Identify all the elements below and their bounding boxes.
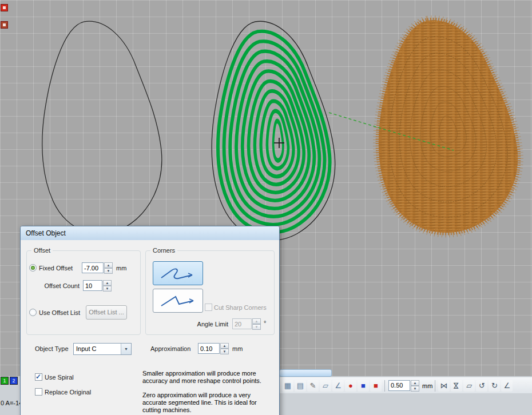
cut-sharp-corners-label: Cut Sharp Corners <box>214 304 267 311</box>
docked-tool-icon-top[interactable] <box>1 4 8 11</box>
offset-group: Offset Fixed Offset ▲▼ mm Offset Count ▲… <box>26 250 141 335</box>
approximation-unit: mm <box>232 345 243 352</box>
toolbar-icon-group: ▦▤✎▱∠●■■ <box>281 380 382 392</box>
replace-original-label: Replace Original <box>45 389 91 396</box>
color-palette: 12 <box>1 377 18 385</box>
outline-width-spinner[interactable]: ▲▼ <box>411 380 419 392</box>
rounded-corners-button[interactable] <box>153 261 203 285</box>
arrange-toolbar: ▦▤✎▱∠●■■ ▲▼ mm ⋈⋈▱↺↻∠ <box>279 377 532 393</box>
object-type-label: Object Type <box>35 345 69 352</box>
outline-width-unit: mm <box>422 382 432 389</box>
thread-blue-icon[interactable]: ■ <box>358 380 369 392</box>
use-spiral-label: Use Spiral <box>45 374 74 381</box>
mirror-horizontal-icon[interactable]: ⋈ <box>438 380 450 392</box>
replace-original-checkbox[interactable] <box>35 388 42 396</box>
use-spiral-checkbox[interactable] <box>35 373 42 381</box>
status-readout: 0 A=-14 <box>1 400 22 406</box>
skew-horizontal-icon[interactable]: ▱ <box>463 380 475 392</box>
offset-group-label: Offset <box>31 247 53 254</box>
fixed-offset-spinner[interactable]: ▲▼ <box>104 262 113 274</box>
rounded-corner-icon <box>158 265 198 281</box>
description-paragraph-1: Smaller approximation will produce more … <box>142 370 272 385</box>
offset-count-spinner[interactable]: ▲▼ <box>103 280 112 292</box>
rotate-angle-icon[interactable]: ∠ <box>501 380 513 392</box>
corners-group: Corners Cut Sharp Corners Angle Limit <box>145 250 275 335</box>
rotate-ccw-icon[interactable]: ↺ <box>476 380 487 392</box>
fixed-offset-field: ▲▼ <box>82 262 113 274</box>
outline-shape[interactable] <box>42 21 162 234</box>
stitch-edit-icon[interactable]: ▱ <box>320 380 331 392</box>
toolbar-separator <box>384 380 385 392</box>
reshape-icon[interactable]: ✎ <box>307 380 319 392</box>
hoop-display-icon[interactable]: ▤ <box>295 380 306 392</box>
palette-color-1[interactable]: 1 <box>1 377 9 385</box>
toolbar-separator <box>435 380 435 392</box>
chevron-down-icon[interactable]: ▼ <box>121 344 131 354</box>
object-type-value: Input C <box>76 345 96 352</box>
offset-object-dialog: Offset Object Offset Fixed Offset ▲▼ mm … <box>20 226 280 415</box>
outline-width-input[interactable] <box>388 380 410 391</box>
application-window: ▦▤✎▱∠●■■ ▲▼ mm ⋈⋈▱↺↻∠ 12 0 A=-14 Offset … <box>0 0 532 415</box>
use-offset-list-label: Use Offset List <box>39 309 80 316</box>
docked-tool-icon-second[interactable] <box>1 21 8 29</box>
grid-settings-icon[interactable]: ▦ <box>282 380 293 392</box>
angle-limit-unit: ° <box>264 320 266 326</box>
dialog-title: Offset Object <box>26 229 66 237</box>
offset-count-field: ▲▼ <box>83 280 112 292</box>
offset-spiral-rings[interactable] <box>218 31 330 233</box>
horizontal-scrollbar-thumb[interactable] <box>279 369 332 377</box>
offset-count-input[interactable] <box>83 280 102 291</box>
offset-count-label: Offset Count <box>37 282 80 289</box>
outline-width-stepper: ▲▼ <box>388 380 419 392</box>
angle-limit-label: Angle Limit <box>196 321 228 328</box>
approximation-input[interactable] <box>198 343 220 354</box>
stitched-shape[interactable] <box>379 20 518 233</box>
approximation-field: ▲▼ <box>198 343 229 354</box>
object-type-combo[interactable]: Input C ▼ <box>73 343 132 355</box>
corners-group-label: Corners <box>150 247 177 254</box>
approximation-description: Smaller approximation will produce more … <box>142 370 272 415</box>
rotate-cw-icon[interactable]: ↻ <box>489 380 500 392</box>
transform-icon-group: ⋈⋈▱↺↻∠ <box>438 380 513 392</box>
sharp-corner-icon <box>158 293 198 309</box>
dialog-title-bar[interactable]: Offset Object <box>21 226 279 241</box>
approximation-label: Approximation <box>150 345 190 352</box>
description-paragraph-2: Zero approximation will produce a very a… <box>142 392 272 414</box>
use-offset-list-radio[interactable] <box>29 309 37 316</box>
angle-limit-spinner[interactable]: ▲▼ <box>252 318 261 330</box>
fixed-offset-unit: mm <box>116 265 126 272</box>
stitch-angle-icon[interactable]: ∠ <box>332 380 344 392</box>
approximation-spinner[interactable]: ▲▼ <box>220 343 229 354</box>
dialog-body: Offset Fixed Offset ▲▼ mm Offset Count ▲… <box>21 240 279 415</box>
offset-list-button[interactable]: Offset List ... <box>86 305 127 320</box>
fixed-offset-radio[interactable] <box>29 264 37 272</box>
mirror-vertical-icon[interactable]: ⋈ <box>451 380 462 392</box>
spiral-ring <box>273 121 283 161</box>
cut-sharp-corners-checkbox[interactable] <box>205 304 212 311</box>
angle-limit-field: ▲▼ <box>232 318 261 330</box>
fixed-offset-label: Fixed Offset <box>39 265 73 272</box>
thread-red-icon[interactable]: ■ <box>370 380 382 392</box>
palette-color-2[interactable]: 2 <box>10 377 18 385</box>
sharp-corners-button[interactable] <box>153 289 203 313</box>
stop-color-icon[interactable]: ● <box>345 380 356 392</box>
fixed-offset-input[interactable] <box>82 262 104 273</box>
angle-limit-input[interactable] <box>232 318 252 329</box>
